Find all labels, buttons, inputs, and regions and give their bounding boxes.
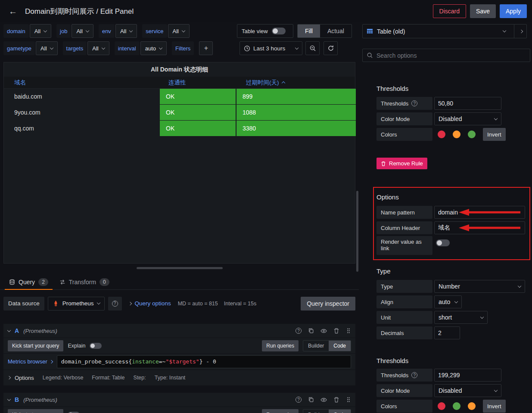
thresholds-value-input[interactable] <box>434 97 501 110</box>
type-row: Type Number <box>376 280 525 293</box>
kick-start-button[interactable]: Kick start your query <box>8 340 63 351</box>
threshold-color-1[interactable] <box>438 402 445 410</box>
render-link-switch[interactable] <box>436 239 450 246</box>
trash-icon[interactable] <box>333 397 339 403</box>
color-mode-select[interactable]: Disabled <box>434 384 501 397</box>
variable-value-dropdown[interactable]: auto <box>140 41 167 55</box>
drag-handle-icon[interactable] <box>346 328 351 334</box>
transform-count-badge: 0 <box>100 278 109 286</box>
column-header-expiry[interactable]: 过期时间(天) <box>236 77 356 88</box>
variable-value-dropdown[interactable]: All <box>36 41 57 55</box>
vertical-scrollbar[interactable] <box>356 191 358 272</box>
query-expression-input[interactable]: domain_probe_success{instance=~"$targets… <box>57 355 351 368</box>
query-inspector-button[interactable]: Query inspector <box>301 297 355 311</box>
zoom-out-button[interactable] <box>305 41 320 55</box>
tab-transform[interactable]: Transform 0 <box>54 274 115 290</box>
kick-start-button[interactable]: Kick start your query <box>8 409 63 413</box>
explain-switch[interactable] <box>90 343 102 349</box>
builder-option[interactable]: Builder <box>303 341 329 351</box>
collapse-icon[interactable] <box>7 397 11 401</box>
refresh-button[interactable] <box>324 41 338 55</box>
time-range-picker[interactable]: Last 3 hours <box>240 41 302 55</box>
domain-cell: baidu.com <box>4 89 159 104</box>
variable-value-dropdown[interactable]: All <box>115 24 137 38</box>
back-arrow-icon[interactable]: ← <box>7 6 19 16</box>
query-datasource-name: (Prometheus) <box>23 397 57 403</box>
variables-row-2: gametype All targets All interval auto F… <box>3 41 213 55</box>
align-select[interactable]: auto <box>434 295 462 308</box>
threshold-color-3[interactable] <box>468 130 476 138</box>
remove-rule-button[interactable]: Remove Rule <box>376 158 427 169</box>
actual-option[interactable]: Actual <box>320 25 352 37</box>
code-option[interactable]: Code <box>329 410 351 413</box>
trash-icon[interactable] <box>333 328 339 334</box>
builder-option[interactable]: Builder <box>303 410 329 413</box>
column-header-domain[interactable]: 域名 <box>4 77 159 88</box>
decimals-row: Decimals <box>376 326 460 339</box>
collapse-icon[interactable] <box>7 328 11 332</box>
datasource-help-button[interactable]: ? <box>108 297 122 311</box>
query-a-header[interactable]: A (Prometheus) ? <box>3 324 355 338</box>
code-option[interactable]: Code <box>329 341 351 351</box>
search-input[interactable] <box>376 52 526 59</box>
variable-gametype: gametype All <box>3 41 58 55</box>
format-info: Format: Table <box>92 375 124 381</box>
variable-targets: targets All <box>63 41 109 55</box>
query-options-link[interactable]: Query options <box>135 300 171 307</box>
horizontal-scrollbar[interactable] <box>137 267 223 269</box>
eye-icon[interactable] <box>320 328 327 334</box>
panel-title[interactable]: All Domain 状态明细 <box>4 62 355 77</box>
column-header-input[interactable] <box>434 221 525 234</box>
variable-value-dropdown[interactable]: All <box>87 41 109 55</box>
duplicate-icon[interactable] <box>308 328 314 334</box>
unit-select[interactable]: short <box>434 311 488 324</box>
save-button[interactable]: Save <box>470 4 496 18</box>
explain-switch[interactable] <box>68 412 80 413</box>
type-select[interactable]: Number <box>434 280 525 293</box>
interval-info: Interval = 15s <box>224 301 256 307</box>
help-icon[interactable]: ? <box>296 397 302 403</box>
discard-button[interactable]: Discard <box>433 4 466 18</box>
variable-label: gametype <box>3 41 35 55</box>
table-header-row: 域名 连通性 过期时间(天) <box>4 77 355 89</box>
colors-row: Colors Invert <box>376 128 506 141</box>
help-icon[interactable]: ? <box>411 100 417 106</box>
variable-job: job All <box>56 24 93 38</box>
eye-icon[interactable] <box>320 397 327 403</box>
threshold-color-2[interactable] <box>453 402 460 410</box>
variable-value-dropdown[interactable]: All <box>72 24 93 38</box>
help-icon[interactable]: ? <box>296 328 302 334</box>
name-pattern-input[interactable] <box>434 206 525 219</box>
help-icon[interactable]: ? <box>411 372 417 378</box>
threshold-color-1[interactable] <box>438 130 445 138</box>
invert-button[interactable]: Invert <box>483 400 506 413</box>
threshold-color-3[interactable] <box>468 402 476 410</box>
add-filter-button[interactable]: + <box>199 41 213 55</box>
table-view-switch[interactable] <box>272 28 286 34</box>
query-actions: ? <box>296 328 351 334</box>
tab-query[interactable]: Query 2 <box>3 274 54 290</box>
run-queries-button[interactable]: Run queries <box>262 409 299 413</box>
builder-code-segmented: Builder Code <box>303 409 351 413</box>
variable-value-dropdown[interactable]: All <box>30 24 51 38</box>
variable-label: domain <box>3 24 29 38</box>
drag-handle-icon[interactable] <box>346 397 351 403</box>
collapse-pane-icon[interactable] <box>520 29 523 33</box>
fill-option[interactable]: Fill <box>298 25 320 37</box>
column-header-connectivity[interactable]: 连通性 <box>160 77 236 88</box>
run-queries-button[interactable]: Run queries <box>262 340 299 351</box>
thresholds-value-input[interactable] <box>434 369 501 382</box>
threshold-color-2[interactable] <box>453 130 460 138</box>
query-b-header[interactable]: B (Prometheus) ? <box>3 393 355 407</box>
invert-button[interactable]: Invert <box>483 128 506 141</box>
visualization-picker[interactable]: Table (old) <box>362 24 527 38</box>
type-info: Type: Instant <box>155 375 186 381</box>
datasource-select[interactable]: Prometheus <box>48 297 105 311</box>
decimals-input[interactable] <box>434 326 460 339</box>
variable-value-dropdown[interactable]: All <box>168 24 190 38</box>
query-a-options-row[interactable]: Options Legend: Verbose Format: Table St… <box>3 370 355 385</box>
duplicate-icon[interactable] <box>308 397 314 403</box>
metrics-browser-link[interactable]: Metrics browser <box>8 358 53 365</box>
color-mode-select[interactable]: Disabled <box>434 112 501 125</box>
apply-button[interactable]: Apply <box>500 4 527 18</box>
